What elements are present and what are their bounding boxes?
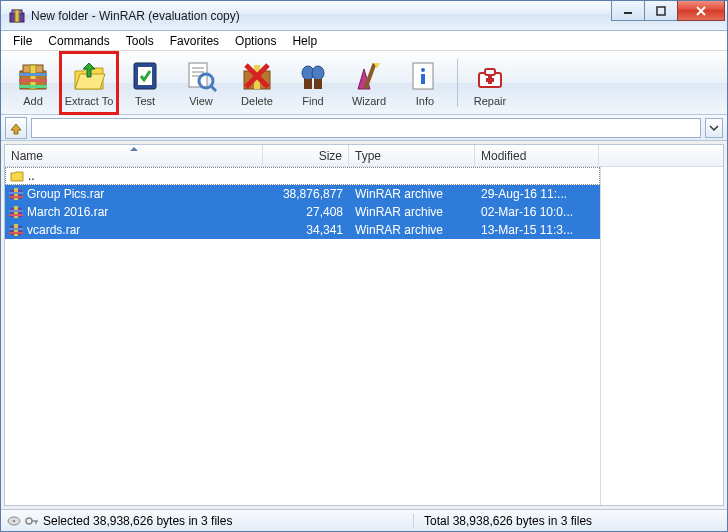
test-label: Test: [135, 95, 155, 107]
close-icon: [694, 5, 708, 17]
column-name[interactable]: Name: [5, 145, 263, 166]
menu-favorites[interactable]: Favorites: [162, 32, 227, 50]
column-size[interactable]: Size: [263, 145, 349, 166]
extract-to-button[interactable]: Extract To: [61, 53, 117, 113]
svg-rect-36: [486, 78, 494, 82]
toolbar-separator: [457, 59, 458, 107]
titlebar: New folder - WinRAR (evaluation copy): [1, 1, 727, 31]
svg-rect-44: [9, 214, 23, 216]
window-title: New folder - WinRAR (evaluation copy): [31, 9, 612, 23]
close-button[interactable]: [677, 1, 725, 21]
svg-rect-12: [19, 85, 47, 88]
window-buttons: [612, 1, 725, 21]
info-icon: [408, 59, 442, 93]
svg-rect-39: [9, 192, 23, 194]
svg-rect-28: [314, 79, 322, 89]
menubar: File Commands Tools Favorites Options He…: [1, 31, 727, 51]
view-button[interactable]: View: [173, 53, 229, 113]
svg-line-20: [211, 86, 216, 91]
svg-point-31: [421, 68, 425, 72]
statusbar: Selected 38,938,626 bytes in 3 files Tot…: [1, 509, 727, 531]
svg-point-51: [26, 518, 32, 524]
find-icon: [296, 59, 330, 93]
wizard-icon: [352, 59, 386, 93]
menu-help[interactable]: Help: [284, 32, 325, 50]
svg-point-26: [312, 66, 324, 80]
rar-icon: [9, 205, 23, 219]
column-modified[interactable]: Modified: [475, 145, 599, 166]
svg-rect-47: [9, 228, 23, 230]
parent-type: File folder: [264, 169, 317, 183]
toolbar: Add Extract To Test View Delete: [1, 51, 727, 115]
extract-icon: [72, 59, 106, 93]
info-label: Info: [416, 95, 434, 107]
address-field[interactable]: [31, 118, 701, 138]
svg-rect-40: [9, 196, 23, 198]
address-bar: [1, 115, 727, 141]
svg-rect-34: [485, 69, 495, 75]
svg-rect-10: [19, 73, 47, 76]
wizard-button[interactable]: Wizard: [341, 53, 397, 113]
info-button[interactable]: Info: [397, 53, 453, 113]
file-row[interactable]: March 2016.rar 27,408 WinRAR archive 02-…: [5, 203, 600, 221]
folder-icon: [10, 169, 24, 183]
extract-to-label: Extract To: [65, 95, 114, 107]
menu-file[interactable]: File: [5, 32, 40, 50]
wizard-label: Wizard: [352, 95, 386, 107]
empty-right-pane: [601, 167, 723, 505]
status-selected: Selected 38,938,626 bytes in 3 files: [43, 514, 232, 528]
column-type[interactable]: Type: [349, 145, 475, 166]
file-row[interactable]: vcards.rar 34,341 WinRAR archive 13-Mar-…: [5, 221, 600, 239]
status-total: Total 38,938,626 bytes in 3 files: [424, 514, 592, 528]
repair-label: Repair: [474, 95, 506, 107]
repair-icon: [473, 59, 507, 93]
key-icon: [25, 515, 39, 527]
test-icon: [128, 59, 162, 93]
up-arrow-icon: [9, 121, 23, 135]
address-dropdown[interactable]: [705, 118, 723, 138]
find-button[interactable]: Find: [285, 53, 341, 113]
maximize-icon: [655, 5, 667, 17]
column-spacer: [599, 145, 723, 166]
svg-rect-43: [9, 210, 23, 212]
svg-rect-2: [15, 10, 19, 22]
parent-folder-row[interactable]: .. File folder: [5, 167, 600, 185]
find-label: Find: [302, 95, 323, 107]
delete-button[interactable]: Delete: [229, 53, 285, 113]
app-icon: [9, 8, 25, 24]
file-row[interactable]: Group Pics.rar 38,876,877 WinRAR archive…: [5, 185, 600, 203]
svg-rect-32: [421, 74, 425, 84]
status-left: Selected 38,938,626 bytes in 3 files: [7, 514, 407, 528]
delete-label: Delete: [241, 95, 273, 107]
delete-icon: [240, 59, 274, 93]
test-button[interactable]: Test: [117, 53, 173, 113]
rar-icon: [9, 223, 23, 237]
archive-icon: [16, 59, 50, 93]
menu-commands[interactable]: Commands: [40, 32, 117, 50]
svg-rect-27: [304, 79, 312, 89]
rar-icon: [9, 187, 23, 201]
app-window: New folder - WinRAR (evaluation copy) Fi…: [0, 0, 728, 532]
maximize-button[interactable]: [644, 1, 678, 21]
status-right: Total 38,938,626 bytes in 3 files: [413, 514, 721, 528]
add-button[interactable]: Add: [5, 53, 61, 113]
svg-rect-4: [657, 7, 665, 15]
view-label: View: [189, 95, 213, 107]
up-button[interactable]: [5, 117, 27, 139]
add-label: Add: [23, 95, 43, 107]
svg-point-50: [13, 520, 16, 522]
minimize-icon: [622, 5, 634, 17]
svg-rect-48: [9, 232, 23, 234]
chevron-down-icon: [709, 123, 719, 133]
file-list: Name Size Type Modified .. File folder: [4, 144, 724, 506]
menu-tools[interactable]: Tools: [118, 32, 162, 50]
disk-icon: [7, 515, 21, 527]
repair-button[interactable]: Repair: [462, 53, 518, 113]
svg-rect-11: [19, 79, 47, 82]
view-icon: [184, 59, 218, 93]
menu-options[interactable]: Options: [227, 32, 284, 50]
minimize-button[interactable]: [611, 1, 645, 21]
column-headers: Name Size Type Modified: [5, 145, 723, 167]
